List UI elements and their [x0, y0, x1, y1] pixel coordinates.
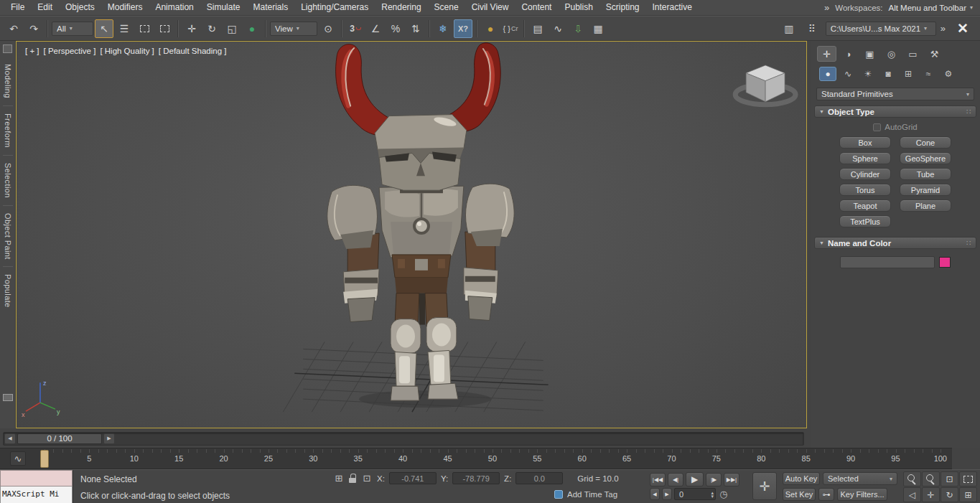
menu-edit[interactable]: Edit [31, 0, 59, 15]
z-coordinate-field[interactable]: 0.0 [515, 472, 563, 484]
mini-curve-editor-icon[interactable]: ∿ [10, 451, 26, 466]
menu-scripting[interactable]: Scripting [599, 0, 646, 15]
go-to-start-button[interactable]: |◀◀ [650, 473, 666, 486]
menu-objects[interactable]: Objects [59, 0, 101, 15]
current-frame-field[interactable]: 0 ▴ ▾ [674, 488, 716, 500]
zoom-icon[interactable] [903, 471, 921, 486]
menu-civil-view[interactable]: Civil View [465, 0, 515, 15]
tube-button[interactable]: Tube [900, 168, 951, 180]
select-and-place-icon[interactable]: ● [243, 19, 261, 38]
snap-toggle-3d-icon[interactable]: 3 [346, 19, 365, 38]
menu-materials[interactable]: Materials [246, 0, 294, 15]
maximize-viewport-icon[interactable]: ⊞ [959, 487, 977, 502]
select-and-rotate-icon[interactable]: ↻ [202, 19, 221, 38]
ribbon-tab-object-paint[interactable]: Object Paint [4, 207, 12, 265]
project-path-dropdown[interactable]: C:\Users\U...s Max 2021 ▾ [826, 22, 936, 36]
geosphere-button[interactable]: GeoSphere [900, 152, 951, 164]
helpers-category-icon[interactable]: ⊞ [900, 67, 917, 81]
play-button[interactable]: ▶ [686, 472, 704, 486]
select-and-scale-icon[interactable]: ◱ [223, 19, 241, 38]
geometry-category-icon[interactable]: ● [819, 67, 836, 81]
viewport-menu-shading[interactable]: [ Default Shading ] [159, 47, 227, 55]
y-coordinate-field[interactable]: -78.779 [452, 472, 500, 484]
absolute-mode-icon[interactable]: ⊡ [361, 473, 373, 484]
menu-rendering[interactable]: Rendering [375, 0, 427, 15]
toolbar-overflow-icon[interactable]: » [941, 23, 946, 34]
zoom-all-icon[interactable] [922, 471, 940, 486]
auto-key-button[interactable]: Auto Key [783, 472, 820, 485]
time-configuration-icon[interactable]: ◷ [718, 489, 729, 499]
object-name-input[interactable] [840, 256, 935, 268]
x-coordinate-field[interactable]: -0.741 [389, 472, 437, 484]
render-download-icon[interactable]: ⇩ [569, 19, 587, 38]
snowflake-icon[interactable]: ❄ [434, 19, 452, 38]
shapes-category-icon[interactable]: ∿ [839, 67, 857, 81]
plane-button[interactable]: Plane [900, 199, 951, 212]
create-tab[interactable]: ✛ [817, 46, 836, 62]
object-type-rollout-header[interactable]: ▼ Object Type ∷ [814, 105, 976, 118]
next-frame-icon[interactable]: ▶ [103, 433, 115, 444]
window-icon[interactable] [3, 394, 13, 401]
perspective-viewport[interactable]: [ + ] [ Perspective ] [ High Quality ] [… [16, 41, 807, 428]
object-color-swatch[interactable] [939, 257, 951, 268]
rectangular-selection-icon[interactable] [135, 19, 154, 38]
track-bar[interactable]: ∿ 0 5 10 15 20 25 30 35 40 45 50 55 60 6… [0, 448, 952, 469]
percent-snap-icon[interactable]: % [386, 19, 405, 38]
ribbon-tab-modeling[interactable]: Modeling [4, 58, 12, 104]
cone-button[interactable]: Cone [900, 136, 951, 149]
undo-icon[interactable]: ↶ [4, 19, 23, 38]
select-by-name-icon[interactable]: ☰ [115, 19, 134, 38]
zoom-extents-icon[interactable]: ⊡ [941, 471, 958, 486]
ribbon-tab-freeform[interactable]: Freeform [4, 108, 12, 154]
set-key-button[interactable]: Set Key [783, 488, 816, 501]
angle-snap-icon[interactable]: ∠ [366, 19, 385, 38]
maxscript-mini-listener[interactable]: MAXScript Mi [0, 470, 73, 503]
time-slider-track[interactable]: ◀ 0 / 100 ▶ [3, 432, 804, 446]
time-slider-handle[interactable]: 0 / 100 [17, 433, 102, 444]
previous-key-button[interactable]: ◀| [668, 473, 683, 486]
display-tab[interactable]: ▭ [903, 46, 923, 62]
teapot-button[interactable]: Teapot [839, 199, 891, 212]
menu-scene[interactable]: Scene [428, 0, 465, 15]
character-model[interactable] [327, 43, 514, 408]
selection-lock-icon[interactable] [349, 474, 357, 483]
autogrid-checkbox[interactable]: AutoGrid [814, 123, 976, 131]
viewport-menu-pov[interactable]: [ Perspective ] [44, 47, 96, 55]
menu-overflow-icon[interactable]: » [824, 2, 829, 13]
pan-view-icon[interactable]: ✛ [922, 487, 940, 502]
cylinder-button[interactable]: Cylinder [839, 168, 891, 180]
selection-filter-dropdown[interactable]: All ▾ [52, 22, 93, 36]
reference-coordsys-dropdown[interactable]: View ▾ [270, 22, 317, 36]
menu-simulate[interactable]: Simulate [200, 0, 247, 15]
pyramid-button[interactable]: Pyramid [900, 184, 951, 196]
textplus-button[interactable]: TextPlus [839, 215, 891, 227]
view-cube[interactable] [735, 65, 795, 105]
key-filters-button[interactable]: Key Filters... [837, 488, 887, 501]
field-of-view-icon[interactable]: ◁ [903, 487, 921, 502]
redo-icon[interactable]: ↷ [24, 19, 43, 38]
viewport-canvas[interactable]: z x y [17, 42, 806, 428]
menu-publish[interactable]: Publish [558, 0, 599, 15]
frame-forward-button[interactable]: ▶ [662, 488, 672, 500]
next-key-button[interactable]: |▶ [706, 473, 722, 486]
select-and-move-icon[interactable]: ✛ [182, 19, 201, 38]
ribbon-tab-icon[interactable] [3, 44, 12, 53]
spacewarps-category-icon[interactable]: ≈ [920, 67, 937, 81]
menu-file[interactable]: File [4, 0, 31, 15]
ribbon-tab-selection[interactable]: Selection [4, 157, 12, 204]
key-pair-icon[interactable]: ⊶ [818, 488, 834, 501]
viewport-menu-general[interactable]: [ + ] [25, 47, 39, 55]
spinner-down-icon[interactable]: ▾ [711, 494, 714, 498]
sphere-button[interactable]: Sphere [839, 152, 891, 164]
workspaces-dropdown[interactable]: Alt Menu and Toolbar ▾ [889, 4, 974, 12]
xview-icon[interactable]: X? [454, 19, 472, 38]
menu-modifiers[interactable]: Modifiers [101, 0, 149, 15]
time-tag[interactable]: Add Time Tag [554, 490, 617, 499]
viewport-menu-quality[interactable]: [ High Quality ] [100, 47, 154, 55]
go-to-end-button[interactable]: ▶▶| [724, 473, 739, 486]
orbit-icon[interactable]: ↻ [941, 487, 958, 502]
window-crossing-icon[interactable] [155, 19, 174, 38]
ribbon-tab-populate[interactable]: Populate [4, 268, 12, 314]
use-pivot-center-icon[interactable]: ⊙ [319, 19, 337, 38]
select-object-icon[interactable]: ↖ [95, 19, 113, 38]
